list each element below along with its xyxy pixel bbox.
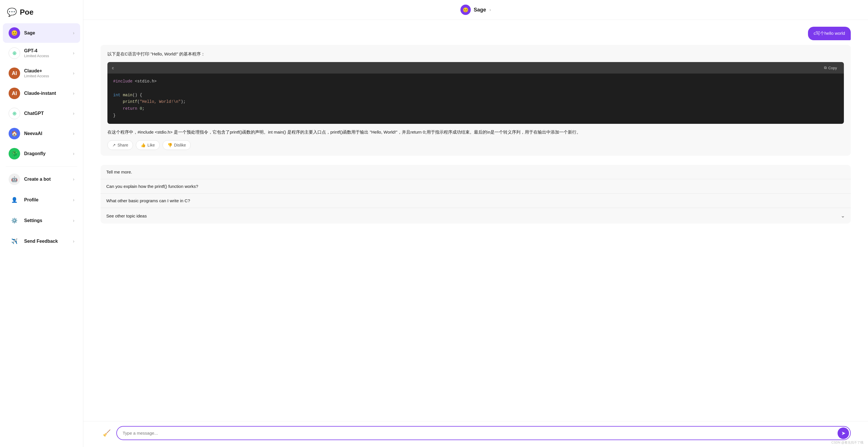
gpt4-name: GPT-4 — [24, 48, 69, 54]
bot-intro-text: 以下是在C语言中打印 "Hello, World!" 的基本程序： — [107, 51, 844, 57]
sidebar-item-claude-instant[interactable]: AIClaude-instant› — [3, 84, 80, 103]
neeva-chevron: › — [73, 131, 74, 136]
suggestion-2[interactable]: Can you explain how the printf() functio… — [100, 179, 851, 193]
header-bot-selector[interactable]: 😊 Sage › — [460, 5, 491, 15]
sidebar-item-neeva[interactable]: 🏠NeevaAI› — [3, 124, 80, 143]
sidebar-item-sage[interactable]: 😊Sage› — [3, 23, 80, 43]
message-input-wrapper: ➤ — [116, 426, 851, 440]
code-line-return: return 0; — [113, 106, 838, 112]
code-header: c ⧉ Copy — [107, 62, 844, 73]
sidebar-item-create-bot[interactable]: 🤖 Create a bot › — [3, 170, 80, 189]
neeva-avatar: 🏠 — [9, 128, 20, 139]
share-label: Share — [118, 143, 128, 147]
chatgpt-chevron: › — [73, 111, 74, 116]
share-icon: ↗ — [112, 143, 116, 147]
sidebar-divider — [6, 166, 77, 167]
claude-plus-name: Claude+ — [24, 68, 69, 73]
clear-button[interactable]: 🧹 — [100, 427, 113, 439]
code-line-main: int main() { — [113, 92, 838, 99]
copy-code-button[interactable]: ⧉ Copy — [822, 64, 839, 71]
sidebar-item-feedback[interactable]: ✈️ Send Feedback › — [3, 232, 80, 251]
dislike-label: Dislike — [174, 143, 186, 147]
feedback-icon: ✈️ — [9, 236, 20, 247]
logo-text: Poe — [20, 8, 34, 17]
sage-name: Sage — [24, 30, 69, 36]
settings-icon: ⚙️ — [9, 215, 20, 227]
like-icon: 👍 — [141, 143, 146, 147]
feedback-label: Send Feedback — [24, 239, 69, 244]
claude-plus-sub: Limited Access — [24, 74, 69, 78]
user-message-row: c写个hello world — [100, 27, 851, 40]
gpt4-chevron: › — [73, 51, 74, 56]
claude-plus-chevron: › — [73, 71, 74, 76]
suggestions-list: Tell me more. Can you explain how the pr… — [100, 165, 851, 224]
like-button[interactable]: 👍 Like — [136, 140, 160, 150]
gpt4-sub: Limited Access — [24, 54, 69, 58]
share-button[interactable]: ↗ Share — [107, 140, 133, 150]
logo: 💬 Poe — [0, 5, 83, 23]
code-block: c ⧉ Copy #include <stdio.h> int main() {… — [107, 62, 844, 124]
like-label: Like — [147, 143, 155, 147]
claude-instant-chevron: › — [73, 91, 74, 96]
see-more-topics-button[interactable]: See other topic ideas ⌄ — [100, 208, 851, 224]
dragonfly-chevron: › — [73, 151, 74, 156]
sidebar-item-profile[interactable]: 👤 Profile › — [3, 190, 80, 210]
sidebar-bot-list: 😊Sage›⊕GPT-4Limited Access›AIClaude+Limi… — [0, 23, 83, 164]
chatgpt-name: ChatGPT — [24, 111, 69, 116]
code-line-1: #include <stdio.h> — [113, 78, 838, 85]
settings-label: Settings — [24, 218, 69, 223]
copy-label: Copy — [828, 66, 837, 70]
sage-chevron: › — [73, 30, 74, 36]
header-avatar: 😊 — [460, 5, 471, 15]
bot-response: 以下是在C语言中打印 "Hello, World!" 的基本程序： c ⧉ Co… — [100, 45, 851, 156]
code-line-blank — [113, 85, 838, 92]
claude-instant-avatar: AI — [9, 88, 20, 99]
create-bot-icon: 🤖 — [9, 174, 20, 185]
sage-avatar: 😊 — [9, 27, 20, 39]
suggestion-3[interactable]: What other basic programs can I write in… — [100, 193, 851, 208]
gpt4-avatar: ⊕ — [9, 48, 20, 59]
create-bot-chevron: › — [73, 177, 74, 182]
neeva-name: NeevaAI — [24, 131, 69, 136]
user-bubble: c写个hello world — [808, 27, 851, 40]
dislike-icon: 👎 — [167, 143, 172, 147]
message-input[interactable] — [116, 426, 851, 440]
input-area: 🧹 ➤ — [83, 421, 868, 447]
bot-description: 在这个程序中，#include <stdio.h> 是一个预处理指令，它包含了p… — [107, 128, 844, 136]
code-line-printf: printf("Hello, World!\n"); — [113, 98, 838, 106]
dislike-button[interactable]: 👎 Dislike — [162, 140, 191, 150]
more-topics-label: See other topic ideas — [106, 213, 147, 218]
action-row: ↗ Share 👍 Like 👎 Dislike — [107, 140, 844, 150]
expand-chevron-icon: ⌄ — [841, 213, 845, 219]
sidebar-item-dragonfly[interactable]: 🐉Dragonfly› — [3, 144, 80, 163]
header: 😊 Sage › — [83, 0, 868, 20]
sidebar-item-settings[interactable]: ⚙️ Settings › — [3, 211, 80, 230]
profile-label: Profile — [24, 197, 69, 203]
code-line-close: } — [113, 112, 838, 119]
profile-icon: 👤 — [9, 194, 20, 206]
sidebar: 💬 Poe 😊Sage›⊕GPT-4Limited Access›AIClaud… — [0, 0, 83, 447]
code-body: #include <stdio.h> int main() { printf("… — [107, 73, 844, 124]
dragonfly-name: Dragonfly — [24, 151, 69, 156]
main-content: 😊 Sage › c写个hello world 以下是在C语言中打印 "Hell… — [83, 0, 868, 447]
logo-icon: 💬 — [7, 7, 17, 17]
suggestion-1[interactable]: Tell me more. — [100, 165, 851, 179]
claude-plus-avatar: AI — [9, 67, 20, 79]
code-language-label: c — [112, 66, 114, 70]
header-chevron-icon: › — [490, 7, 491, 12]
settings-chevron: › — [73, 218, 74, 223]
feedback-chevron: › — [73, 239, 74, 244]
sidebar-item-claude-plus[interactable]: AIClaude+Limited Access› — [3, 63, 80, 83]
header-bot-name: Sage — [474, 7, 486, 13]
watermark: CSDN @看见找不了哦 — [832, 440, 863, 445]
send-button[interactable]: ➤ — [838, 427, 849, 439]
chatgpt-avatar: ⊕ — [9, 108, 20, 119]
copy-icon: ⧉ — [824, 65, 827, 70]
sidebar-item-gpt4[interactable]: ⊕GPT-4Limited Access› — [3, 43, 80, 63]
sidebar-item-chatgpt[interactable]: ⊕ChatGPT› — [3, 104, 80, 123]
create-bot-label: Create a bot — [24, 177, 69, 182]
claude-instant-name: Claude-instant — [24, 91, 69, 96]
profile-chevron: › — [73, 197, 74, 203]
dragonfly-avatar: 🐉 — [9, 148, 20, 159]
chat-area: c写个hello world 以下是在C语言中打印 "Hello, World!… — [83, 20, 868, 421]
